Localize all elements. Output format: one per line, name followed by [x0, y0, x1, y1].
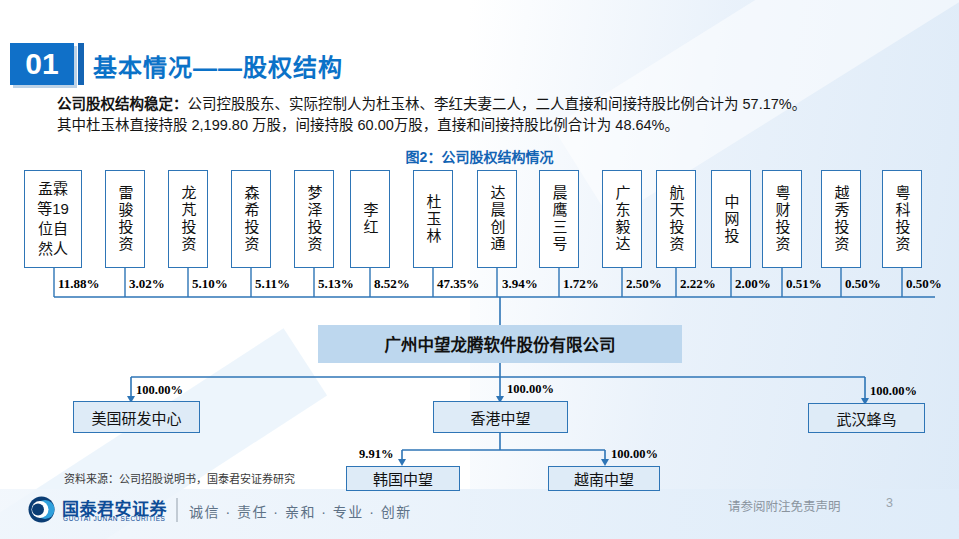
pct-leijun: 3.02% — [129, 276, 165, 292]
shareholder-box-yueke: 粤科投资 — [882, 170, 922, 268]
subsidiary-box-vietnam: 越南中望 — [548, 466, 660, 491]
footer-divider — [176, 498, 178, 522]
disclaimer-note: 请参阅附注免责声明 — [728, 496, 841, 515]
shareholder-box-mengze: 梦泽投资 — [294, 170, 334, 268]
pct-dachen: 3.94% — [502, 276, 538, 292]
shareholder-box-senxi: 森希投资 — [231, 170, 271, 268]
shareholder-box-dachen: 达晨创通 — [477, 170, 517, 268]
shareholder-box-guangdongyida: 广东毅达 — [602, 170, 642, 268]
brand-slogan: 诚信 · 责任 · 亲和 · 专业 · 创新 — [189, 501, 412, 521]
subsidiary-box-korea: 韩国中望 — [346, 466, 460, 491]
pct-wuhan: 100.00% — [870, 384, 917, 399]
shareholder-box-hangtian: 航天投资 — [656, 170, 696, 268]
arrowhead-korea — [398, 459, 406, 466]
shareholder-box-zhongwangtou: 中网投 — [711, 170, 751, 268]
pct-senxi: 5.11% — [255, 276, 290, 292]
body-line-1-text: 公司控股股东、实际控制人为杜玉林、李红夫妻二人，二人直接和间接持股比例合计为 5… — [188, 96, 807, 112]
company-box: 广州中望龙腾软件股份有限公司 — [318, 325, 682, 363]
source-note: 资料来源：公司招股说明书，国泰君安证券研究 — [64, 470, 295, 486]
shareholder-box-duyulin: 杜玉林 — [413, 170, 453, 268]
subsidiary-box-wuhan: 武汉蜂鸟 — [808, 403, 925, 433]
pct-yueke: 0.50% — [906, 276, 942, 292]
pct-longpeng: 5.10% — [192, 276, 228, 292]
pct-korea: 9.91% — [359, 447, 393, 462]
pct-mengze: 5.13% — [318, 276, 354, 292]
page-title: 基本情况——股权结构 — [93, 48, 343, 83]
pct-hangtian: 2.22% — [680, 276, 716, 292]
shareholder-box-leijun: 雷骏投资 — [105, 170, 145, 268]
pct-lihong: 8.52% — [374, 276, 410, 292]
pct-chenying: 1.72% — [563, 276, 599, 292]
pct-zhongwangtou: 2.00% — [735, 276, 771, 292]
pct-menglin: 11.88% — [58, 276, 100, 292]
title-accent-bar — [78, 43, 84, 85]
body-line-2: 其中杜玉林直接持股 2,199.80 万股，间接持股 60.00万股，直接和间接… — [57, 115, 937, 136]
subsidiary-box-us-center: 美国研发中心 — [73, 401, 200, 433]
figure-caption: 图2：公司股权结构情况 — [0, 146, 959, 166]
section-number-badge: 01 — [10, 43, 74, 85]
brand-name-en: GUOTAI JUNAN SECURITIES — [63, 515, 166, 522]
page-number: 3 — [886, 496, 893, 510]
shareholder-box-chenying: 晨鹰三号 — [539, 170, 579, 268]
body-paragraph: 公司股权结构稳定：公司控股股东、实际控制人为杜玉林、李红夫妻二人，二人直接和间接… — [57, 94, 937, 136]
pct-duyulin: 47.35% — [437, 276, 479, 292]
shareholder-box-menglin: 孟霖等19位自然人 — [24, 170, 82, 268]
pct-yuexiu: 0.50% — [845, 276, 881, 292]
body-lead-bold: 公司股权结构稳定： — [57, 96, 188, 112]
pct-vietnam: 100.00% — [611, 447, 658, 462]
pct-yuecai: 0.51% — [786, 276, 822, 292]
shareholder-box-yuecai: 粤财投资 — [762, 170, 802, 268]
pct-us-center: 100.00% — [136, 383, 183, 398]
shareholder-box-lihong: 李红 — [350, 170, 390, 268]
pct-hk: 100.00% — [507, 382, 554, 397]
subsidiary-box-hk: 香港中望 — [433, 401, 568, 433]
guotai-junan-logo-icon — [28, 496, 55, 523]
shareholder-box-yuexiu: 越秀投资 — [821, 170, 861, 268]
pct-guangdongyida: 2.50% — [626, 276, 662, 292]
shareholder-box-longpeng: 龙芃投资 — [168, 170, 208, 268]
body-line-1: 公司股权结构稳定：公司控股股东、实际控制人为杜玉林、李红夫妻二人，二人直接和间接… — [57, 94, 937, 115]
slide: 01 基本情况——股权结构 公司股权结构稳定：公司控股股东、实际控制人为杜玉林、… — [0, 0, 959, 539]
